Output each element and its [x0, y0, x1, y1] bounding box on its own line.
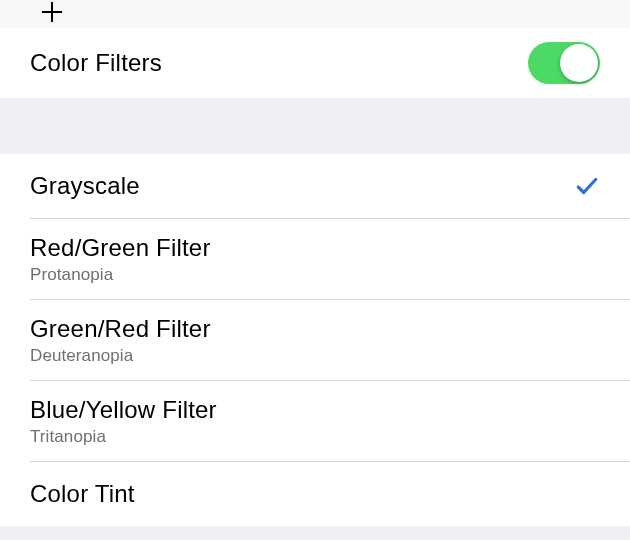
option-red-green[interactable]: Red/Green Filter Protanopia — [0, 219, 630, 299]
top-bar — [0, 0, 630, 28]
color-filters-toggle[interactable] — [528, 42, 600, 84]
option-blue-yellow[interactable]: Blue/Yellow Filter Tritanopia — [0, 381, 630, 461]
color-filters-section: Color Filters — [0, 28, 630, 98]
option-color-tint[interactable]: Color Tint — [0, 462, 630, 526]
option-grayscale[interactable]: Grayscale — [0, 154, 630, 218]
filter-options-section: Grayscale Red/Green Filter Protanopia Gr… — [0, 154, 630, 526]
option-subtitle: Tritanopia — [30, 427, 600, 447]
option-subtitle: Deuteranopia — [30, 346, 600, 366]
option-green-red[interactable]: Green/Red Filter Deuteranopia — [0, 300, 630, 380]
option-title: Green/Red Filter — [30, 315, 600, 343]
option-title: Blue/Yellow Filter — [30, 396, 600, 424]
option-title: Grayscale — [30, 172, 574, 200]
section-gap — [0, 98, 630, 154]
option-title: Color Tint — [30, 480, 600, 508]
color-filters-label: Color Filters — [30, 49, 528, 77]
plus-icon[interactable] — [40, 0, 64, 24]
checkmark-icon — [574, 173, 600, 199]
color-filters-row: Color Filters — [0, 28, 630, 98]
toggle-knob — [560, 44, 598, 82]
option-subtitle: Protanopia — [30, 265, 600, 285]
option-title: Red/Green Filter — [30, 234, 600, 262]
